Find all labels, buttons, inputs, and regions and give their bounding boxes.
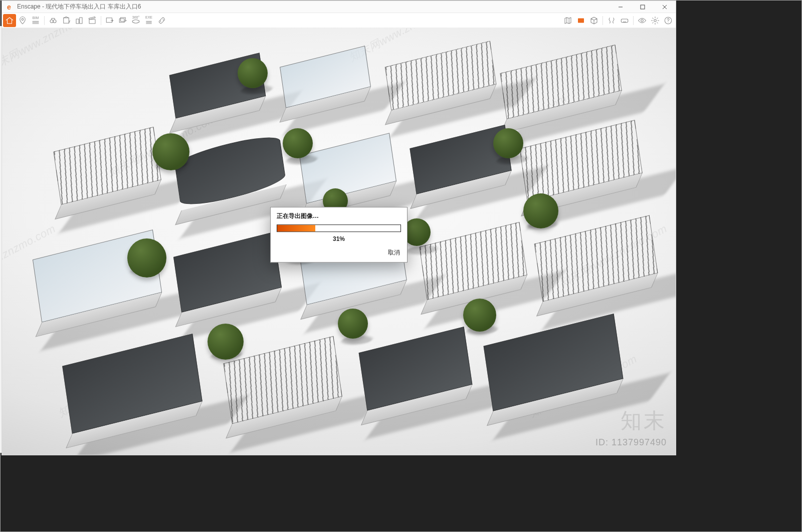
svg-rect-7 — [89, 19, 95, 23]
scene-structure — [484, 314, 624, 411]
svg-point-13 — [641, 19, 644, 22]
toolbar-separator — [603, 16, 603, 25]
cube-icon[interactable] — [587, 14, 600, 27]
scene-tree — [152, 133, 189, 170]
map-icon[interactable] — [561, 14, 574, 27]
svg-rect-8 — [106, 18, 112, 22]
scene-tree — [127, 238, 166, 278]
svg-rect-0 — [641, 5, 645, 9]
progress-bar — [277, 224, 401, 232]
svg-point-3 — [53, 20, 56, 23]
binoculars-icon[interactable] — [47, 14, 60, 27]
scene-structure — [299, 133, 396, 203]
clapper-icon[interactable] — [86, 14, 99, 27]
scene-structure — [385, 41, 497, 110]
scene-structure — [500, 45, 622, 119]
compare-icon[interactable] — [605, 14, 618, 27]
export-img-icon[interactable] — [103, 14, 116, 27]
svg-rect-12 — [621, 19, 628, 23]
enscape-window: e Enscape - 现代地下停车场出入口 车库出入口6 — [2, 1, 676, 455]
toolbar-separator — [633, 16, 634, 25]
cancel-button[interactable]: 取消 — [388, 248, 400, 257]
toolbar-right-group — [561, 14, 675, 27]
toolbar-left-group: BIM — [3, 14, 168, 27]
safeframe-icon[interactable] — [574, 14, 587, 27]
toolbar: BIM — [2, 13, 676, 28]
gear-icon[interactable] — [649, 14, 662, 27]
toolbar-separator — [44, 16, 45, 25]
scene-structure — [419, 222, 527, 300]
svg-rect-9 — [119, 19, 124, 23]
exe-icon[interactable]: EXE — [142, 14, 155, 27]
help-icon[interactable] — [662, 14, 675, 27]
scene-structure — [173, 232, 282, 313]
pano-icon[interactable]: 360° — [129, 14, 142, 27]
render-viewport[interactable]: 知末网www.znzmo.com 知末网www.znzmo.com 知末网www… — [2, 28, 676, 455]
scene-structure — [62, 334, 203, 434]
minimize-button[interactable] — [610, 1, 632, 13]
exe-icon-label: EXE — [145, 16, 152, 19]
svg-point-14 — [654, 19, 657, 22]
scene-tree — [208, 324, 244, 360]
bim-icon-label: BIM — [33, 16, 39, 20]
scene-tree — [338, 309, 368, 339]
home-icon[interactable] — [3, 14, 16, 27]
svg-rect-5 — [76, 19, 79, 24]
buildings-icon[interactable] — [73, 14, 86, 27]
svg-point-2 — [50, 20, 53, 23]
link-icon[interactable] — [155, 14, 168, 27]
svg-rect-11 — [578, 18, 584, 23]
svg-rect-6 — [80, 18, 82, 24]
desktop-background: e Enscape - 现代地下停车场出入口 车库出入口6 — [0, 0, 802, 532]
export-batch-icon[interactable] — [116, 14, 129, 27]
close-button[interactable] — [654, 1, 676, 13]
bim-icon[interactable]: BIM — [29, 14, 42, 27]
scene-tree — [238, 58, 268, 88]
pin-icon[interactable] — [16, 14, 29, 27]
vr-icon[interactable] — [618, 14, 631, 27]
progress-bar-fill — [277, 225, 315, 231]
svg-rect-4 — [64, 18, 69, 23]
export-dialog-title: 正在导出图像… — [271, 207, 407, 223]
scene-tree — [283, 128, 313, 158]
svg-rect-10 — [121, 18, 126, 22]
toolbar-separator — [101, 16, 101, 25]
enscape-logo-icon: e — [4, 2, 14, 12]
scene-structure — [359, 327, 473, 411]
window-title: Enscape - 现代地下停车场出入口 车库出入口6 — [17, 3, 141, 11]
titlebar: e Enscape - 现代地下停车场出入口 车库出入口6 — [2, 1, 676, 13]
maximize-button[interactable] — [632, 1, 654, 13]
progress-percent-label: 31% — [271, 234, 407, 246]
scene-tree — [463, 299, 496, 332]
eye-icon[interactable] — [636, 14, 649, 27]
layers-icon[interactable] — [60, 14, 73, 27]
export-progress-dialog: 正在导出图像… 31% 取消 — [270, 207, 408, 262]
scene-structure — [280, 46, 371, 108]
scene-structure — [173, 131, 286, 211]
scene-structure — [53, 127, 161, 205]
pano-icon-label: 360° — [132, 16, 139, 19]
svg-point-1 — [22, 18, 24, 20]
scene-tree — [493, 128, 523, 158]
scene-tree — [523, 193, 558, 228]
